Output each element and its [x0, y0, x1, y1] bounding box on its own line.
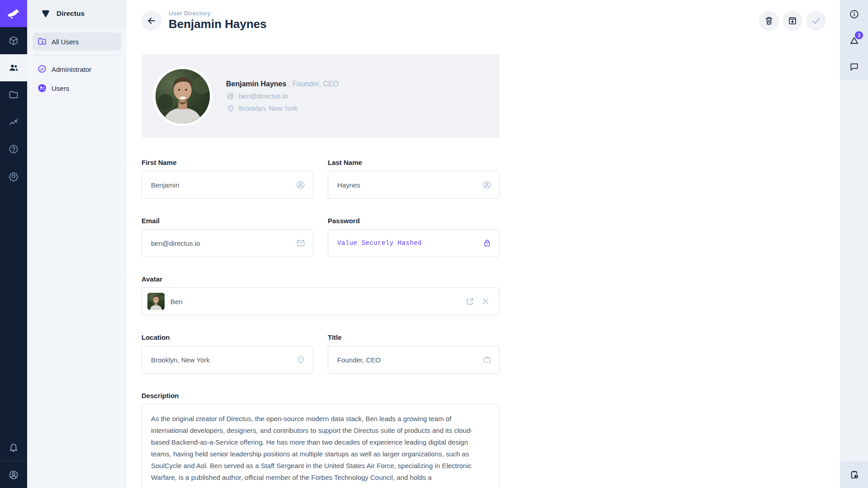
insights-icon: [8, 117, 19, 127]
at-sign-icon: @: [226, 92, 235, 100]
nav-item-label: All Users: [52, 38, 79, 46]
field-avatar: Avatar Ben: [142, 275, 500, 315]
user-circle-icon: [37, 83, 47, 93]
last-name-input[interactable]: [328, 171, 500, 199]
directus-rabbit-logo-icon: [6, 6, 21, 21]
module-bar-spacer: [0, 190, 27, 434]
revisions-section-button[interactable]: 3: [840, 27, 868, 53]
field-email: Email: [142, 217, 313, 257]
module-insights-button[interactable]: [0, 108, 27, 136]
revisions-count-badge: 3: [855, 31, 863, 39]
user-name-row: Benjamin Haynes , Founder, CEO: [226, 80, 339, 88]
nav-item-label: Administrator: [52, 66, 91, 73]
project-header[interactable]: Directus: [27, 0, 127, 27]
main-content: User Directory Benjamin Haynes: [127, 0, 840, 488]
nav-item-administrator[interactable]: Administrator: [33, 60, 121, 78]
field-title: Title: [328, 333, 500, 374]
box-icon: [8, 35, 19, 46]
field-label: Description: [142, 392, 500, 399]
avatar-thumbnail[interactable]: [147, 293, 165, 310]
module-help-button[interactable]: [0, 136, 27, 163]
back-button[interactable]: [142, 11, 161, 31]
notifications-button[interactable]: [0, 434, 27, 461]
close-icon[interactable]: [481, 297, 490, 306]
account-circle-icon: [8, 469, 19, 480]
nav-item-label: Users: [52, 84, 69, 92]
arrow-left-icon: [146, 15, 157, 26]
avatar[interactable]: [153, 66, 212, 126]
nav-item-users[interactable]: Users: [33, 79, 121, 97]
nav-item-all-users[interactable]: All Users: [33, 33, 121, 51]
page-header: User Directory Benjamin Haynes: [127, 0, 840, 31]
field-password: Password: [328, 217, 500, 257]
comments-section-button[interactable]: [840, 53, 868, 80]
info-icon: [849, 9, 859, 19]
field-label: Location: [142, 333, 313, 341]
module-content-button[interactable]: [0, 27, 27, 54]
field-label: Title: [328, 333, 500, 341]
field-description: Description As the original creator of D…: [142, 392, 500, 488]
first-name-input[interactable]: [142, 171, 313, 199]
open-in-new-icon[interactable]: [465, 297, 475, 306]
field-location: Location: [142, 333, 313, 374]
field-last-name: Last Name: [328, 159, 500, 199]
user-name: Benjamin Haynes: [226, 80, 286, 88]
module-files-button[interactable]: [0, 81, 27, 108]
nav-body: All Users Administrator: [27, 27, 127, 103]
verified-badge-icon: [37, 64, 47, 74]
sidebar-spacer: [840, 80, 868, 461]
field-label: Email: [142, 217, 313, 225]
module-bar: [0, 0, 27, 488]
project-name: Directus: [57, 9, 85, 18]
user-location-row: Brooklyn, New York: [226, 104, 339, 113]
field-label: First Name: [142, 159, 313, 166]
nav-panel: Directus All Users: [27, 0, 127, 488]
check-icon: [811, 15, 821, 26]
header-actions: [759, 11, 826, 31]
bell-icon: [8, 442, 19, 453]
archive-button[interactable]: [783, 11, 802, 31]
sidebar-sections: 3: [840, 0, 868, 80]
account-button[interactable]: [0, 461, 27, 488]
field-label: Password: [328, 217, 500, 225]
user-email: ben@directus.io: [239, 92, 288, 100]
description-textarea[interactable]: As the original creator of Directus, the…: [142, 404, 500, 488]
help-icon: [8, 144, 19, 155]
delete-button[interactable]: [759, 11, 779, 31]
folder-icon: [8, 89, 19, 100]
field-label: Last Name: [328, 159, 500, 166]
comment-bubble-icon: [849, 61, 859, 72]
trash-icon: [764, 16, 774, 26]
content-column: Benjamin Haynes , Founder, CEO @ ben@dir…: [142, 54, 500, 488]
user-card-info: Benjamin Haynes , Founder, CEO @ ben@dir…: [226, 80, 339, 113]
information-section-button[interactable]: [840, 1, 868, 27]
activity-button[interactable]: [840, 461, 868, 488]
directus-app: Directus All Users: [0, 0, 868, 488]
field-first-name: First Name: [142, 159, 313, 199]
email-input[interactable]: [142, 229, 313, 257]
right-sidebar: 3: [840, 0, 868, 488]
module-settings-button[interactable]: [0, 163, 27, 190]
clipboard-clock-icon: [849, 469, 859, 480]
archive-icon: [788, 16, 797, 26]
breadcrumb[interactable]: User Directory: [169, 10, 267, 17]
save-button[interactable]: [806, 11, 826, 31]
location-input[interactable]: [142, 346, 313, 374]
title-input[interactable]: [328, 346, 500, 374]
user-location: Brooklyn, New York: [239, 104, 297, 112]
password-input[interactable]: [328, 229, 500, 257]
avatar-file-actions: [465, 297, 490, 306]
title-block: User Directory Benjamin Haynes: [169, 10, 267, 31]
field-label: Avatar: [142, 275, 500, 283]
avatar-file-name: Ben: [170, 298, 183, 305]
gear-icon: [8, 171, 19, 182]
avatar-file-field[interactable]: Ben: [142, 287, 500, 315]
directus-logo-button[interactable]: [0, 0, 27, 27]
page-title: Benjamin Haynes: [169, 17, 267, 31]
folder-user-icon: [37, 37, 47, 47]
people-icon: [8, 62, 19, 73]
map-pin-icon: [226, 104, 235, 113]
user-summary-card: Benjamin Haynes , Founder, CEO @ ben@dir…: [142, 54, 500, 138]
project-pick-icon: [41, 9, 51, 19]
module-user-directory-button[interactable]: [0, 54, 27, 81]
